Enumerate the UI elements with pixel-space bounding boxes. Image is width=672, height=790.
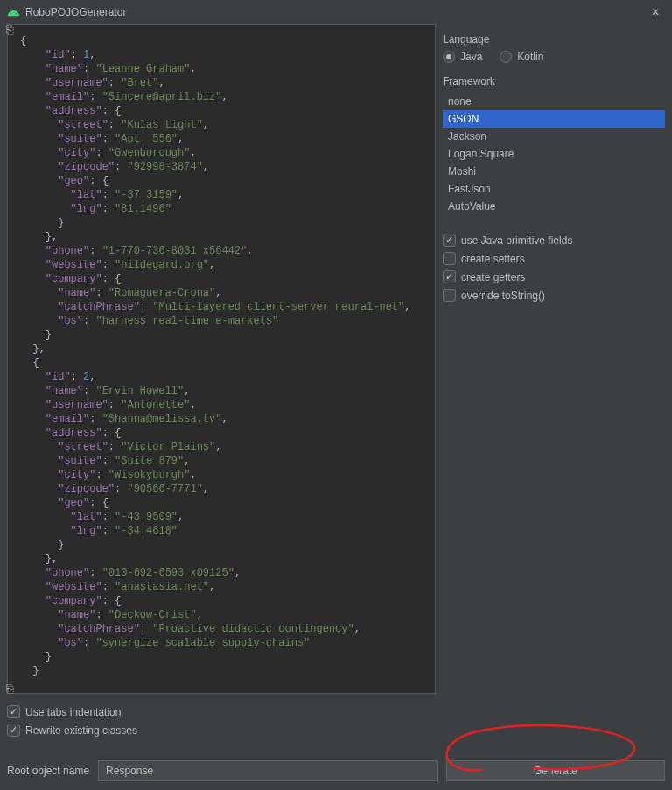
- android-icon: [7, 6, 20, 19]
- framework-item[interactable]: Jackson: [443, 128, 665, 145]
- language-radio-java[interactable]: Java: [443, 51, 482, 63]
- rewrite-existing-classes-label: Rewrite existing classes: [25, 724, 137, 737]
- language-radio-kotlin-label: Kotlin: [517, 51, 543, 63]
- use-primitive-fields-checkbox[interactable]: ✓ use Java primitive fields: [443, 231, 665, 249]
- framework-item[interactable]: AutoValue: [443, 198, 665, 215]
- generate-button[interactable]: Generate: [446, 760, 665, 781]
- framework-section-label: Framework: [443, 75, 665, 87]
- language-section-label: Language: [443, 33, 665, 45]
- use-primitive-fields-label: use Java primitive fields: [461, 234, 572, 247]
- root-object-name-label: Root object name: [7, 765, 89, 777]
- root-object-name-input[interactable]: [98, 760, 438, 781]
- create-getters-label: create getters: [461, 271, 525, 283]
- language-radio-kotlin[interactable]: Kotlin: [500, 51, 543, 63]
- titlebar: RoboPOJOGenerator ✕: [0, 0, 672, 24]
- override-tostring-label: override toString(): [461, 290, 545, 302]
- json-editor[interactable]: ⎘ { "id": 1, "name": "Leanne Graham", "u…: [7, 24, 436, 694]
- framework-item[interactable]: GSON: [443, 110, 665, 128]
- close-icon[interactable]: ✕: [646, 4, 665, 20]
- clip-handle-top-icon: ⎘: [6, 24, 13, 36]
- clip-handle-bottom-icon: ⎘: [6, 682, 13, 695]
- language-radio-java-label: Java: [460, 51, 482, 63]
- framework-item[interactable]: Moshi: [443, 163, 665, 180]
- create-setters-label: create setters: [461, 253, 525, 265]
- use-tabs-indentation-checkbox[interactable]: ✓ Use tabs indentation: [7, 703, 436, 721]
- generate-button-label: Generate: [534, 765, 578, 777]
- create-getters-checkbox[interactable]: ✓ create getters: [443, 268, 665, 286]
- window-title: RoboPOJOGenerator: [25, 6, 646, 18]
- create-setters-checkbox[interactable]: create setters: [443, 249, 665, 268]
- framework-item[interactable]: FastJson: [443, 180, 665, 198]
- rewrite-existing-classes-checkbox[interactable]: ✓ Rewrite existing classes: [7, 721, 436, 739]
- framework-list[interactable]: noneGSONJacksonLogan SquareMoshiFastJson…: [443, 93, 665, 215]
- framework-item[interactable]: none: [443, 93, 665, 110]
- use-tabs-indentation-label: Use tabs indentation: [25, 706, 121, 718]
- framework-item[interactable]: Logan Square: [443, 145, 665, 163]
- override-tostring-checkbox[interactable]: override toString(): [443, 286, 665, 304]
